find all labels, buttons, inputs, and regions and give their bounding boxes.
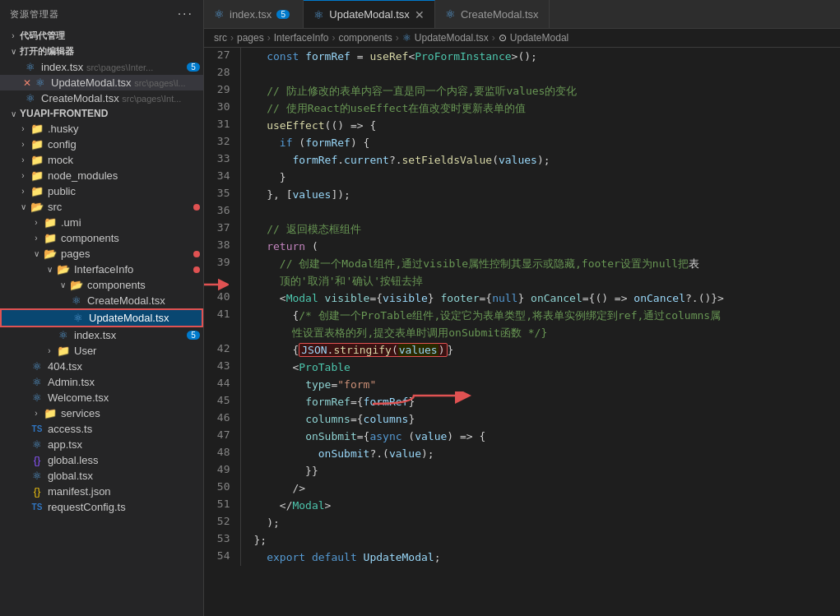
file-welcome[interactable]: ⚛ Welcome.tsx — [0, 390, 203, 405]
line-code[interactable]: </Modal> — [240, 497, 840, 514]
line-code[interactable]: <Modal visible={visible} footer={null} o… — [240, 289, 840, 307]
tab-createmodal-label: CreateModal.tsx — [461, 8, 539, 21]
breadcrumb-file[interactable]: UpdateModal.tsx — [415, 32, 489, 44]
open-editor-index[interactable]: ⚛ index.tsx src\pages\Inter... 5 — [0, 59, 203, 75]
line-code[interactable]: 顶的'取消'和'确认'按钮去掉 — [240, 272, 840, 289]
line-code[interactable]: ); — [240, 514, 840, 531]
file-index[interactable]: ⚛ index.tsx 5 — [0, 327, 203, 343]
breadcrumb-components[interactable]: components — [338, 32, 392, 44]
code-area[interactable]: 27 const formRef = useRef<ProFormInstanc… — [204, 48, 840, 616]
line-code[interactable]: type="form" — [240, 376, 840, 393]
line-code[interactable]: {/* 创建一个ProTable组件,设定它为表单类型,将表单实例绑定到ref,… — [240, 307, 840, 324]
line-code[interactable]: onSubmit={async (value) => { — [240, 428, 840, 445]
file-requestconfig[interactable]: TS requestConfig.ts — [0, 499, 203, 515]
source-control-arrow: › — [7, 31, 20, 40]
open-editor-updatemodal[interactable]: ✕ ⚛ UpdateModal.tsx src\pages\l... — [0, 75, 203, 90]
project-name: YUAPI-FRONTEND — [20, 108, 203, 119]
file-manifest[interactable]: {} manifest.json — [0, 484, 203, 499]
folder-config[interactable]: › 📁 config — [0, 137, 203, 152]
project-root[interactable]: ∨ YUAPI-FRONTEND — [0, 106, 203, 121]
line-code[interactable]: return ( — [240, 238, 840, 255]
file-app[interactable]: ⚛ app.tsx — [0, 437, 203, 452]
folder-umi[interactable]: › 📁 .umi — [0, 215, 203, 230]
file-access[interactable]: TS access.ts — [0, 421, 203, 437]
file-updatemodal-label: UpdateModal.tsx — [89, 312, 202, 324]
line-code[interactable]: if (formRef) { — [240, 134, 840, 151]
breadcrumb-symbol[interactable]: ⊙ — [499, 32, 507, 44]
line-code[interactable]: } — [240, 169, 840, 186]
line-code[interactable]: export default UpdateModal; — [240, 549, 840, 566]
line-code[interactable]: }, [values]); — [240, 186, 840, 203]
line-code[interactable]: // 创建一个Modal组件,通过visible属性控制其显示或隐藏,foote… — [240, 255, 840, 272]
line-number: 46 — [204, 410, 240, 428]
file-createmodal[interactable]: ⚛ CreateModal.tsx — [0, 293, 203, 308]
file-updatemodal[interactable]: ⚛ UpdateModal.tsx — [0, 308, 203, 327]
line-number: 33 — [204, 151, 240, 169]
tab-updatemodal-close[interactable]: ✕ — [415, 8, 425, 21]
folder-src-label: src — [48, 201, 193, 213]
line-number: 42 — [204, 341, 240, 359]
src-arrow: ∨ — [16, 202, 30, 211]
folder-public-label: public — [48, 185, 203, 197]
file-global-tsx[interactable]: ⚛ global.tsx — [0, 468, 203, 484]
line-code[interactable]: }; — [240, 531, 840, 549]
breadcrumb-updatemodal[interactable]: UpdateModal — [510, 32, 569, 44]
line-code[interactable]: // 使用React的useEffect在值改变时更新表单的值 — [240, 100, 840, 117]
table-row: 38 return ( — [204, 238, 840, 255]
open-editor-updatemodal-label: UpdateModal.tsx src\pages\l... — [51, 76, 203, 89]
sidebar-title: 资源管理器 — [10, 8, 59, 21]
file-admin[interactable]: ⚛ Admin.tsx — [0, 374, 203, 390]
line-code[interactable] — [240, 65, 840, 82]
folder-pages[interactable]: ∨ 📂 pages — [0, 246, 203, 262]
folder-components-src[interactable]: › 📁 components — [0, 230, 203, 246]
line-code[interactable]: formRef.current?.setFieldsValue(values); — [240, 151, 840, 169]
line-code[interactable] — [240, 203, 840, 220]
breadcrumb-pages[interactable]: pages — [237, 32, 264, 44]
line-number: 54 — [204, 549, 240, 566]
tab-updatemodal[interactable]: ⚛ UpdateModal.tsx ✕ — [304, 0, 435, 28]
folder-components-page[interactable]: ∨ 📂 components — [0, 277, 203, 293]
line-code[interactable]: columns={columns} — [240, 410, 840, 428]
line-code[interactable]: const formRef = useRef<ProFormInstance>(… — [240, 48, 840, 65]
line-code[interactable]: useEffect(() => { — [240, 117, 840, 134]
breadcrumb-src[interactable]: src — [214, 32, 227, 44]
folder-husky-label: .husky — [48, 123, 203, 135]
line-number: 28 — [204, 65, 240, 82]
line-code[interactable]: <ProTable — [240, 359, 840, 376]
folder-nodemodules[interactable]: › 📁 node_modules — [0, 168, 203, 183]
line-code[interactable]: /> — [240, 479, 840, 497]
folder-husky[interactable]: › 📁 .husky — [0, 121, 203, 137]
source-control-item[interactable]: › 代码代管理 — [0, 28, 203, 44]
table-row: 43 <ProTable — [204, 359, 840, 376]
folder-services[interactable]: › 📁 services — [0, 405, 203, 421]
line-number — [204, 272, 240, 289]
open-editor-createmodal[interactable]: ⚛ CreateModal.tsx src\pages\Int... — [0, 90, 203, 106]
breadcrumb-interfaceinfo[interactable]: InterfaceInfo — [274, 32, 329, 44]
ts-icon-2: TS — [30, 503, 44, 512]
folder-icon-services: 📁 — [43, 407, 58, 419]
tab-index[interactable]: ⚛ index.tsx 5 — [204, 0, 304, 28]
line-code[interactable]: }} — [240, 462, 840, 479]
line-code[interactable]: formRef={formRef} — [240, 393, 840, 410]
line-code[interactable]: // 防止修改的表单内容一直是同一个内容,要监听values的变化 — [240, 82, 840, 100]
line-code[interactable]: {JSON.stringify(values)} — [240, 341, 840, 359]
line-code[interactable]: // 返回模态框组件 — [240, 220, 840, 238]
table-row: 45 formRef={formRef} — [204, 393, 840, 410]
folder-src[interactable]: ∨ 📂 src — [0, 199, 203, 215]
file-global-less[interactable]: {} global.less — [0, 452, 203, 468]
folder-mock[interactable]: › 📁 mock — [0, 152, 203, 168]
folder-interfaceinfo[interactable]: ∨ 📂 InterfaceInfo — [0, 262, 203, 277]
folder-public[interactable]: › 📁 public — [0, 183, 203, 199]
folder-config-label: config — [48, 138, 203, 151]
breadcrumb-sep4: › — [396, 32, 399, 44]
folder-user[interactable]: › 📁 User — [0, 343, 203, 359]
close-icon[interactable]: ✕ — [23, 77, 31, 89]
file-404[interactable]: ⚛ 404.tsx — [0, 359, 203, 374]
sidebar-options-button[interactable]: ··· — [178, 7, 193, 21]
table-row: 40 <Modal visible={visible} footer={null… — [204, 289, 840, 307]
tab-createmodal[interactable]: ⚛ CreateModal.tsx — [435, 0, 550, 28]
tsx-icon-3: ⚛ — [23, 92, 38, 104]
line-code[interactable]: 性设置表格的列,提交表单时调用onSubmit函数 */} — [240, 324, 840, 341]
line-code[interactable]: onSubmit?.(value); — [240, 445, 840, 462]
open-editors-section[interactable]: ∨ 打开的编辑器 — [0, 44, 203, 59]
